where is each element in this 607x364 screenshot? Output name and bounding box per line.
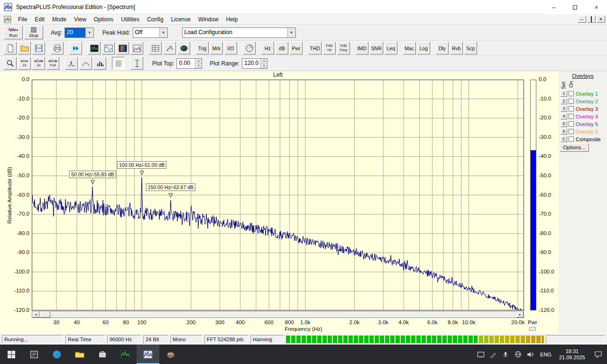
overlay-on-checkbox-3[interactable] xyxy=(569,106,574,111)
store-app-button[interactable] xyxy=(91,345,114,364)
avg-combobox[interactable]: 20 ▼ xyxy=(64,27,94,38)
run-button[interactable]: Run xyxy=(4,26,23,39)
histogram-button[interactable] xyxy=(93,57,106,70)
reverb-button[interactable]: Rvb xyxy=(450,42,463,55)
new-document-button[interactable] xyxy=(4,42,17,55)
peak-hold-dropdown-icon[interactable]: ▼ xyxy=(159,28,167,37)
load-configuration-dropdown-icon[interactable]: ▼ xyxy=(287,28,295,37)
spectrum-view-button[interactable] xyxy=(88,42,101,55)
overlay-on-checkbox-4[interactable] xyxy=(569,114,574,119)
menu-view[interactable]: View xyxy=(70,15,90,24)
plot-top-down-icon[interactable]: ▼ xyxy=(195,64,202,68)
save-file-button[interactable] xyxy=(32,42,45,55)
menu-utilities[interactable]: Utilities xyxy=(117,15,143,24)
menu-license[interactable]: License xyxy=(167,15,194,24)
overlay-options-button[interactable]: Options... xyxy=(560,143,589,152)
snr-button[interactable]: SNR xyxy=(370,42,383,55)
leq-button[interactable]: Leq xyxy=(385,42,397,55)
power-meter-grip[interactable] xyxy=(529,327,536,331)
macro-button[interactable]: Mac xyxy=(403,42,416,55)
step-plot-button[interactable] xyxy=(163,42,176,55)
menu-config[interactable]: Config xyxy=(143,15,167,24)
network-icon[interactable] xyxy=(512,351,524,358)
taskbar-clock[interactable]: 18:31 21.09.2025 xyxy=(555,348,589,361)
task-view-button[interactable] xyxy=(23,345,46,364)
menu-mode[interactable]: Mode xyxy=(48,15,70,24)
gimp-button[interactable] xyxy=(159,345,182,364)
scroll-left-icon[interactable]: ◂ xyxy=(32,311,39,318)
scrollbar-thumb[interactable] xyxy=(40,311,50,318)
marker-button[interactable]: Mrk xyxy=(210,42,223,55)
io-button[interactable]: I/O xyxy=(224,42,237,55)
grid-options-button[interactable] xyxy=(112,57,125,70)
pen-icon[interactable] xyxy=(487,351,499,358)
overlay-on-checkbox-6[interactable] xyxy=(569,129,574,134)
plot-range-spinner[interactable]: 120.0 ▲▼ xyxy=(242,58,267,69)
menu-options[interactable]: Options xyxy=(90,15,117,24)
scroll-right-icon[interactable]: ▸ xyxy=(516,311,524,318)
trigger-button[interactable]: Trig xyxy=(196,42,209,55)
marker-line-button[interactable] xyxy=(130,57,143,70)
spectraplus-active-button[interactable] xyxy=(137,345,159,364)
pwr-button[interactable]: Pwr xyxy=(290,42,303,55)
thd-button[interactable]: THD xyxy=(308,42,322,55)
overlay-on-checkbox-2[interactable] xyxy=(569,99,574,104)
table-view-button[interactable] xyxy=(149,42,162,55)
overlay-set-button-5[interactable]: 5 xyxy=(561,121,567,127)
zoom-in-2x-button[interactable]: ▸In◂2x xyxy=(18,57,31,70)
hz-button[interactable]: Hz xyxy=(261,42,274,55)
stop-button[interactable]: Stop xyxy=(24,26,43,39)
plot-top-spinner[interactable]: 0.00 ▲▼ xyxy=(176,58,202,69)
zoom-out-2x-button[interactable]: ◂Out▸2x xyxy=(32,57,45,70)
mdi-close-button[interactable]: × xyxy=(597,16,605,23)
palette-button[interactable] xyxy=(177,42,190,55)
zoom-button[interactable] xyxy=(4,57,17,70)
logging-button[interactable]: Log xyxy=(417,42,430,55)
language-indicator[interactable]: ENG xyxy=(536,352,555,357)
db-button[interactable]: dB xyxy=(276,42,288,55)
plot-range-up-icon[interactable]: ▲ xyxy=(261,59,267,64)
menu-edit[interactable]: Edit xyxy=(31,15,48,24)
open-file-button[interactable] xyxy=(18,42,31,55)
thd-freq-button[interactable]: THDFreq xyxy=(337,42,350,55)
scrollbar-track[interactable] xyxy=(50,311,516,318)
spectraplus-shortcut-button[interactable] xyxy=(114,345,137,364)
menu-window[interactable]: Window xyxy=(194,15,222,24)
surface-view-button[interactable] xyxy=(130,42,143,55)
overlay-set-button-3[interactable]: 3 xyxy=(561,106,567,112)
overlays-title-link[interactable]: Overlays xyxy=(572,73,593,79)
plot-top-up-icon[interactable]: ▲ xyxy=(195,59,202,64)
mdi-restore-button[interactable] xyxy=(587,16,596,23)
overlay-set-button-1[interactable]: 1 xyxy=(561,91,567,97)
waveform-view-button[interactable] xyxy=(102,42,115,55)
overlay-set-button-2[interactable]: 2 xyxy=(561,98,567,104)
imd-button[interactable]: IMD xyxy=(356,42,368,55)
plot-range-down-icon[interactable]: ▼ xyxy=(261,64,267,68)
menu-file[interactable]: File xyxy=(14,15,31,24)
overlay-on-checkbox-1[interactable] xyxy=(569,91,574,96)
overlay-set-button-4[interactable]: 4 xyxy=(561,113,567,119)
print-button[interactable] xyxy=(51,42,64,55)
overlay-set-button-c[interactable]: C xyxy=(561,136,567,142)
horizontal-scrollbar[interactable]: ◂ ▸ xyxy=(32,311,524,318)
menu-help[interactable]: Help xyxy=(222,15,242,24)
envelope-curve-button[interactable] xyxy=(79,57,92,70)
fast-forward-button[interactable] xyxy=(69,42,82,55)
scope-button[interactable]: Scp xyxy=(464,42,477,55)
delay-button[interactable]: Dly xyxy=(436,42,449,55)
minimize-button[interactable]: – xyxy=(543,0,564,14)
peak-curve-button[interactable] xyxy=(65,57,78,70)
start-button[interactable] xyxy=(0,345,23,364)
edge-browser-button[interactable] xyxy=(46,345,68,364)
notification-center-icon[interactable] xyxy=(589,345,607,364)
overlay-on-checkbox-c[interactable] xyxy=(569,136,574,142)
overlay-set-button-6[interactable]: 6 xyxy=(561,128,567,135)
microphone-icon[interactable] xyxy=(499,351,512,358)
thd-n-button[interactable]: THD+N xyxy=(323,42,336,55)
maximize-button[interactable] xyxy=(564,0,586,14)
spectrogram-view-button[interactable] xyxy=(116,42,129,55)
mdi-minimize-button[interactable]: – xyxy=(578,16,586,23)
zoom-out-full-button[interactable]: ◂Out▸Full xyxy=(46,57,59,70)
phase-scope-button[interactable] xyxy=(243,42,256,55)
close-button[interactable]: × xyxy=(586,0,607,14)
